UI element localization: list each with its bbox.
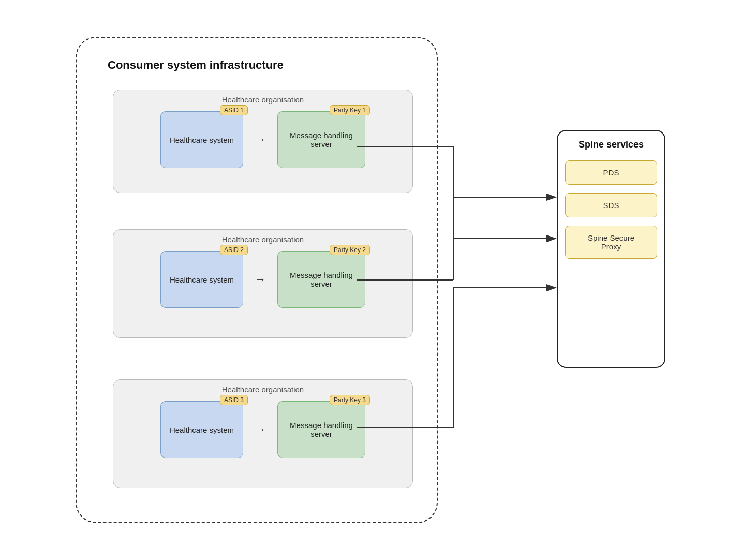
mhs-box-1: Party Key 1 Message handlingserver [277,111,365,168]
spine-title: Spine services [565,139,657,150]
healthcare-org-1: Healthcare organisation ASID 1 Healthcar… [113,90,413,193]
mhs-box-3: Party Key 3 Message handlingserver [277,401,365,458]
arrow-2: → [255,273,266,286]
arrow-3: → [255,423,266,436]
spine-sds: SDS [565,193,657,217]
healthcare-org-2: Healthcare organisation ASID 2 Healthcar… [113,229,413,338]
org-3-label: Healthcare organisation [124,385,402,394]
spine-proxy: Spine SecureProxy [565,226,657,259]
spine-pds: PDS [565,160,657,185]
asid-badge-2: ASID 2 [220,245,248,255]
consumer-system-box: Consumer system infrastructure Healthcar… [76,37,438,523]
asid-badge-3: ASID 3 [220,395,248,405]
healthcare-org-3: Healthcare organisation ASID 3 Healthcar… [113,379,413,488]
party-key-badge-2: Party Key 2 [330,245,370,255]
party-key-badge-1: Party Key 1 [330,105,370,115]
consumer-title: Consumer system infrastructure [108,58,284,72]
org-1-label: Healthcare organisation [124,95,402,104]
party-key-badge-3: Party Key 3 [330,395,370,405]
asid-badge-1: ASID 1 [220,105,248,115]
diagram-container: Consumer system infrastructure Healthcar… [60,26,681,534]
arrow-1: → [255,133,266,146]
hs-box-3: ASID 3 Healthcare system [160,401,243,458]
org-2-label: Healthcare organisation [124,235,402,244]
mhs-box-2: Party Key 2 Message handlingserver [277,251,365,308]
spine-services-box: Spine services PDS SDS Spine SecureProxy [557,130,665,368]
hs-box-1: ASID 1 Healthcare system [160,111,243,168]
hs-box-2: ASID 2 Healthcare system [160,251,243,308]
